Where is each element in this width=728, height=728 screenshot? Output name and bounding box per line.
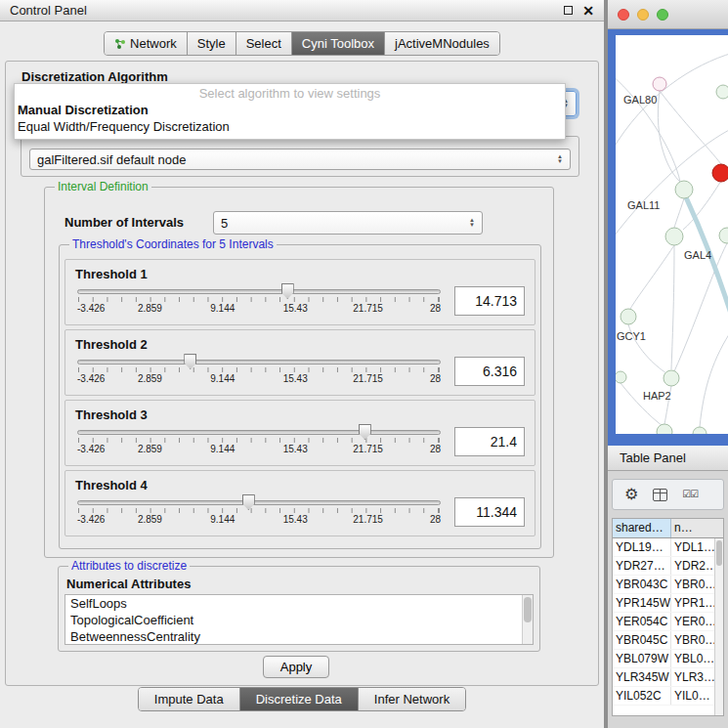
threshold-value-field[interactable]: 6.316 <box>454 357 525 386</box>
number-of-intervals-value: 5 <box>221 216 228 231</box>
network-node[interactable] <box>664 370 679 386</box>
table-row[interactable]: YIL052CYIL0… <box>613 687 723 706</box>
algorithm-option-manual-discretization[interactable]: Manual Discretization <box>15 102 565 118</box>
threshold-slider[interactable]: -3.4262.8599.14415.4321.71528 <box>77 493 441 531</box>
float-window-icon[interactable] <box>564 6 573 15</box>
cell-shared-name[interactable]: YLR345W <box>613 668 671 686</box>
algorithm-option-equal-width-frequency[interactable]: Equal Width/Frequency Discretization <box>15 118 565 135</box>
network-node[interactable] <box>716 85 728 99</box>
cell-shared-name[interactable]: YBR043C <box>613 576 671 593</box>
attribute-list-item[interactable]: SelfLoops <box>65 595 533 612</box>
attribute-list-item[interactable]: BetweennessCentrality <box>65 628 533 645</box>
tick-label: 15.43 <box>283 514 308 525</box>
slider-track[interactable] <box>77 500 441 505</box>
network-edge[interactable] <box>630 245 674 309</box>
network-node[interactable] <box>616 371 626 383</box>
table-row[interactable]: YDL19…YDL1… <box>613 538 723 557</box>
table-panel-titlebar[interactable]: Table Panel <box>608 446 728 471</box>
close-window-icon[interactable]: ✕ <box>582 4 594 18</box>
network-edge[interactable] <box>616 74 680 182</box>
tab-label: jActiveMNodules <box>395 36 490 51</box>
table-row[interactable]: YBL079WYBL0… <box>613 650 723 668</box>
network-node[interactable] <box>675 181 693 198</box>
table-scrollbar[interactable] <box>714 538 723 715</box>
number-of-intervals-combobox[interactable]: 5 ▲ ▼ <box>213 211 483 235</box>
network-edge[interactable] <box>616 128 728 240</box>
right-panel: GAL80GAL11GAL4GCY1HAP2 Table Panel ⚙ ☑☑ … <box>608 0 728 728</box>
table-row[interactable]: YBR045CYBR0… <box>613 631 723 650</box>
column-header-shared-name[interactable]: shared… <box>613 519 671 537</box>
table-row[interactable]: YDR27…YDR2… <box>613 557 723 576</box>
scrollbar-thumb[interactable] <box>716 540 722 566</box>
numerical-attributes-label: Numerical Attributes <box>66 577 191 591</box>
network-node[interactable] <box>693 427 707 434</box>
columns-icon[interactable] <box>653 489 667 501</box>
cell-shared-name[interactable]: YBR045C <box>613 631 671 649</box>
network-node[interactable] <box>657 424 672 434</box>
tick-label: 21.715 <box>353 303 383 314</box>
table-row[interactable]: YER054CYER0… <box>613 613 723 631</box>
apply-button[interactable]: Apply <box>263 656 329 678</box>
tab-jactivemnodules[interactable]: jActiveMNodules <box>385 32 499 55</box>
table-row[interactable]: YPR145WYPR1… <box>613 594 723 613</box>
network-icon <box>114 38 126 50</box>
network-node[interactable] <box>719 228 728 243</box>
threshold-value-field[interactable]: 11.344 <box>454 497 525 527</box>
network-node-label: GAL80 <box>623 94 657 106</box>
cyni-toolbox-panel: Discretization Algorithm ▲ ▼ Select algo… <box>5 61 599 686</box>
gear-icon[interactable]: ⚙ <box>624 487 638 502</box>
attributes-scrollbar[interactable] <box>522 595 533 644</box>
table-row[interactable]: YLR345WYLR3… <box>613 668 723 687</box>
network-edge[interactable] <box>674 198 684 228</box>
tick-label: 9.144 <box>210 444 235 454</box>
network-edge[interactable] <box>671 245 674 369</box>
table-row[interactable]: YBR043CYBR0… <box>613 576 723 594</box>
threshold-slider[interactable]: -3.4262.8599.14415.4321.71528 <box>77 282 441 320</box>
tab-cyni-toolbox[interactable]: Cyni Toolbox <box>292 32 385 55</box>
tab-impute-data[interactable]: Impute Data <box>139 688 240 710</box>
combo-stepper-icon[interactable]: ▲ ▼ <box>469 218 475 228</box>
control-panel-titlebar[interactable]: Control Panel ✕ <box>0 0 604 21</box>
cell-shared-name[interactable]: YDL19… <box>613 538 671 556</box>
slider-track[interactable] <box>77 360 441 364</box>
close-traffic-light-icon[interactable] <box>618 9 629 21</box>
tab-label: Style <box>197 36 226 51</box>
threshold-value-field[interactable]: 21.4 <box>454 427 525 456</box>
cell-shared-name[interactable]: YPR145W <box>613 594 671 612</box>
select-columns-icon[interactable]: ☑☑ <box>682 490 698 499</box>
network-window-titlebar[interactable] <box>608 0 728 29</box>
attribute-list-item[interactable]: TopologicalCoefficient <box>65 612 533 628</box>
combo-stepper-icon[interactable]: ▲ ▼ <box>557 154 563 164</box>
slider-track[interactable] <box>77 289 441 294</box>
network-edge[interactable] <box>660 91 721 164</box>
tab-discretize-data[interactable]: Discretize Data <box>240 688 359 710</box>
network-node[interactable] <box>712 164 728 182</box>
tick-label: 28 <box>430 373 441 384</box>
zoom-traffic-light-icon[interactable] <box>657 9 668 21</box>
cell-shared-name[interactable]: YBL079W <box>613 650 671 667</box>
minimize-traffic-light-icon[interactable] <box>637 9 649 21</box>
threshold-value-field[interactable]: 14.713 <box>454 286 525 316</box>
cell-shared-name[interactable]: YDR27… <box>613 557 671 575</box>
network-edge[interactable] <box>700 328 728 427</box>
network-node[interactable] <box>665 228 683 245</box>
cell-shared-name[interactable]: YER054C <box>613 613 671 630</box>
network-canvas[interactable]: GAL80GAL11GAL4GCY1HAP2 <box>616 35 728 434</box>
column-header-name[interactable]: n… <box>671 519 723 537</box>
tab-style[interactable]: Style <box>188 32 236 55</box>
scrollbar-thumb[interactable] <box>524 597 532 622</box>
algorithm-option-hint[interactable]: Select algorithm to view settings <box>15 85 565 102</box>
slider-track[interactable] <box>77 430 441 435</box>
numerical-attributes-list[interactable]: SelfLoopsTopologicalCoefficientBetweenne… <box>64 594 534 645</box>
network-node[interactable] <box>621 309 636 324</box>
cell-shared-name[interactable]: YIL052C <box>613 687 671 705</box>
threshold-slider[interactable]: -3.4262.8599.14415.4321.71528 <box>77 423 441 460</box>
threshold-slider[interactable]: -3.4262.8599.14415.4321.71528 <box>77 353 441 390</box>
tab-select[interactable]: Select <box>236 32 292 55</box>
slider-ticks <box>78 367 440 372</box>
interval-definition-group-label: Interval Definition <box>55 180 151 193</box>
table-data-combobox[interactable]: galFiltered.sif default node ▲ ▼ <box>29 149 571 170</box>
tab-network[interactable]: Network <box>105 32 188 55</box>
tab-infer-network[interactable]: Infer Network <box>359 688 465 710</box>
network-node[interactable] <box>653 77 666 91</box>
